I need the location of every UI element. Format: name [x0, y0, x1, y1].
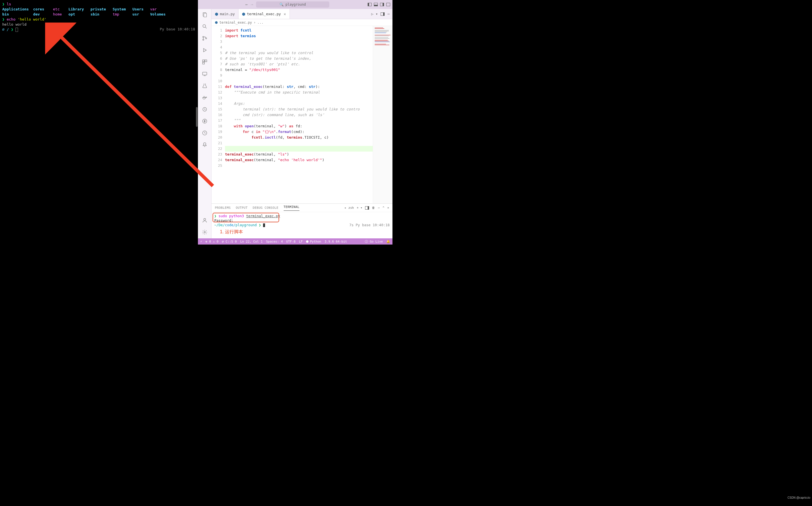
terminal-shell-label[interactable]: ▸ zsh	[345, 206, 354, 209]
terminal-cmd: echo	[7, 17, 15, 21]
tab-label: terminal_exec.py	[247, 12, 281, 16]
layout-customize-icon[interactable]	[386, 3, 390, 6]
notifications-icon[interactable]: 🔔	[386, 240, 390, 244]
svg-rect-3	[204, 13, 206, 17]
layout-sidebar-left-icon[interactable]	[368, 3, 372, 6]
source-control-icon[interactable]	[201, 35, 208, 42]
terminal-path: ~/De/	[214, 223, 225, 227]
language-mode[interactable]: ⬢ Python	[306, 240, 321, 243]
integrated-terminal[interactable]: ❯ sudo python3 terminal_exec.py Password…	[212, 212, 392, 238]
code-content[interactable]: import fcntlimport termios # the termina…	[225, 26, 373, 203]
command-center[interactable]: 🔍 playground	[256, 1, 329, 8]
status-bar: ⚡ ⊗ 0 ⚠ 0 ⌀ C::S 0 Ln 22, Col 1 Spaces: …	[198, 238, 392, 245]
split-terminal-icon[interactable]	[365, 206, 369, 209]
problems-indicator[interactable]: ⊗ 0 ⚠ 0	[206, 240, 219, 243]
close-icon[interactable]: ×	[284, 12, 286, 16]
eol[interactable]: LF	[299, 240, 302, 243]
panel-tabs: PROBLEMS OUTPUT DEBUG CONSOLE TERMINAL ▸…	[212, 204, 392, 212]
search-icon[interactable]	[201, 23, 208, 30]
new-terminal-icon[interactable]: + ▾	[357, 206, 362, 209]
trash-icon[interactable]: 🗑	[372, 206, 375, 209]
accounts-icon[interactable]	[201, 217, 208, 224]
terminal-cmd: ls	[7, 2, 11, 6]
nav-back-icon[interactable]: ←	[245, 2, 248, 7]
minimap[interactable]	[373, 26, 392, 203]
terminal-arg: terminal_exec.py	[246, 214, 280, 218]
nav-forward-icon[interactable]: →	[251, 2, 253, 7]
svg-point-7	[203, 39, 204, 40]
editor-tabs: ⬢ main.py ⬢ terminal_exec.py × ▷ ▾ ⋯	[212, 9, 392, 19]
terminal-path: code/	[225, 223, 236, 227]
terminal-output: Password:	[214, 218, 390, 223]
history-icon[interactable]	[201, 130, 208, 136]
external-terminal[interactable]: ❯ ls Applications cores etc Library priv…	[0, 0, 198, 245]
encoding[interactable]: UTF-8	[286, 240, 295, 243]
layout-panel-icon[interactable]	[374, 3, 378, 6]
line-numbers: 1234567891011121314151617181920212223242…	[212, 26, 225, 203]
panel-tab-output[interactable]: OUTPUT	[236, 206, 247, 209]
docker-icon[interactable]	[201, 94, 208, 101]
extensions-icon[interactable]	[201, 59, 208, 65]
code-editor[interactable]: 1234567891011121314151617181920212223242…	[212, 26, 392, 203]
python-interpreter[interactable]: 3.9.6 64-bit	[324, 240, 347, 243]
panel-tab-debug-console[interactable]: DEBUG CONSOLE	[252, 206, 278, 209]
scrollbar[interactable]	[196, 107, 198, 127]
layout-sidebar-right-icon[interactable]	[380, 3, 384, 6]
svg-point-20	[203, 119, 207, 123]
prompt-icon: ❯	[2, 17, 7, 21]
svg-marker-9	[203, 49, 206, 52]
cursor-icon	[15, 28, 18, 32]
testing-icon[interactable]	[201, 82, 208, 89]
settings-gear-icon[interactable]	[201, 229, 208, 236]
split-editor-icon[interactable]	[381, 12, 385, 16]
remote-indicator[interactable]: ⚡	[200, 240, 202, 243]
svg-line-5	[205, 27, 206, 28]
python-icon: ⬢	[215, 12, 218, 16]
run-debug-icon[interactable]	[201, 47, 208, 54]
remote-explorer-icon[interactable]	[201, 70, 208, 77]
run-icon[interactable]: ▷ ▾	[371, 12, 378, 16]
close-panel-icon[interactable]: ×	[387, 206, 389, 209]
tree-icon[interactable]	[201, 142, 208, 148]
prompt-icon: ❯	[11, 27, 15, 31]
more-icon[interactable]: ⋯	[378, 206, 380, 209]
python-icon: ⬢	[215, 20, 218, 24]
panel-tab-terminal[interactable]: TERMINAL	[284, 205, 299, 211]
explorer-icon[interactable]	[201, 11, 208, 18]
search-placeholder: playground	[285, 3, 306, 6]
cursor-position[interactable]: Ln 22, Col 1	[240, 240, 263, 243]
settings-sync-icon[interactable]	[201, 106, 208, 113]
prompt-icon: ❯	[259, 223, 261, 227]
activity-bar	[198, 9, 212, 238]
tab-main-py[interactable]: ⬢ main.py	[212, 9, 238, 19]
maximize-panel-icon[interactable]: ^	[383, 206, 385, 209]
breadcrumb[interactable]: ⬢ terminal_exec.py › ...	[212, 19, 392, 26]
terminal-status-right: Py base 10:40:18	[160, 27, 195, 31]
search-icon: 🔍	[279, 3, 284, 6]
ls-output-row: bin dev home opt sbin tmp usr Volumes	[2, 12, 196, 17]
tab-label: main.py	[220, 12, 235, 16]
svg-point-24	[204, 232, 205, 233]
tab-terminal-exec-py[interactable]: ⬢ terminal_exec.py ×	[238, 9, 290, 19]
python-icon: ⬢	[242, 12, 245, 16]
bottom-panel: PROBLEMS OUTPUT DEBUG CONSOLE TERMINAL ▸…	[212, 203, 392, 238]
annotation-text: 1. 运行脚本	[220, 230, 390, 234]
svg-rect-13	[203, 72, 207, 75]
prompt-icon: ❯	[2, 2, 7, 6]
panel-tab-problems[interactable]: PROBLEMS	[215, 206, 231, 209]
prompt-icon: ❯	[214, 214, 217, 218]
go-live[interactable]: ⓘ Go Live	[365, 240, 383, 244]
svg-point-4	[203, 24, 206, 27]
nav-arrows: ← →	[245, 2, 253, 7]
svg-rect-18	[204, 96, 204, 97]
cspell-indicator[interactable]: ⌀ C::S 0	[222, 240, 237, 243]
terminal-arg: 'hello world'	[18, 17, 47, 21]
svg-point-23	[204, 218, 206, 220]
indentation[interactable]: Spaces: 4	[266, 240, 283, 243]
svg-rect-10	[203, 60, 204, 62]
bolt-icon[interactable]	[201, 118, 208, 124]
more-icon[interactable]: ⋯	[387, 12, 390, 16]
vscode-window: ← → 🔍 playground	[198, 0, 392, 245]
breadcrumb-symbol: ...	[257, 20, 264, 24]
ls-output-row: Applications cores etc Library private S…	[2, 7, 196, 12]
